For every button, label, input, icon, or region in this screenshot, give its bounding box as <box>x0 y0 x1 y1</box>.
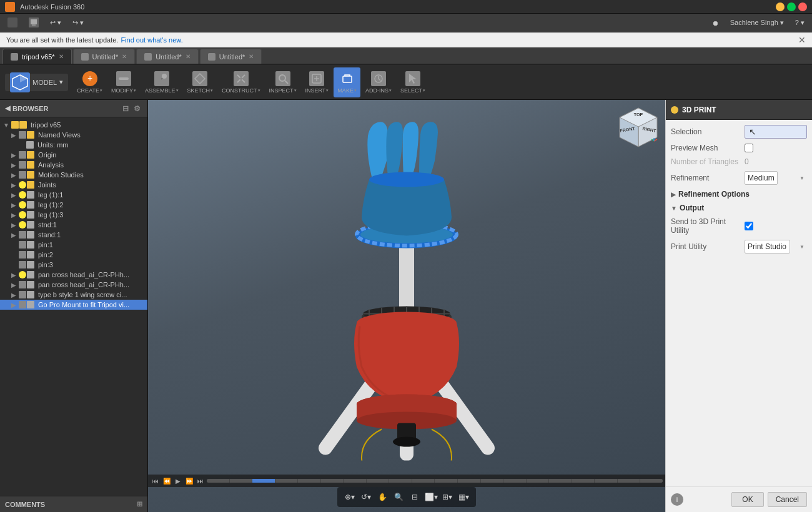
tab-2[interactable]: Untitled* ✕ <box>136 49 199 64</box>
tree-leg2-arrow[interactable]: ▶ <box>10 201 17 209</box>
tb-select[interactable]: SELECT ▾ <box>397 67 429 97</box>
vp-zoomin-btn[interactable]: 🔍 <box>391 490 406 505</box>
tree-wingscrew-arrow[interactable]: ▶ <box>10 291 17 298</box>
tree-pan1[interactable]: ▶ pan cross head_ai_CR-PHh... <box>0 270 147 280</box>
tab-0[interactable]: tripod v65* ✕ <box>2 49 72 64</box>
tree-gopro-arrow[interactable]: ▶ <box>10 301 17 308</box>
tb-construct[interactable]: CONSTRUCT ▾ <box>218 67 264 97</box>
browser-collapse-btn[interactable]: ⊟ <box>122 104 131 113</box>
tb-inspect-label: INSPECT ▾ <box>269 87 297 94</box>
selection-button[interactable]: ↖ <box>745 125 807 139</box>
maximize-button[interactable] <box>787 2 796 11</box>
notification-close[interactable]: ✕ <box>798 35 806 45</box>
tb-modify[interactable]: MODIFY ▾ <box>107 67 140 97</box>
tree-analysis-arrow[interactable]: ▶ <box>10 161 17 169</box>
timeline-track[interactable] <box>207 479 663 483</box>
menu-redo[interactable]: ↪ ▾ <box>67 16 89 29</box>
tb-inspect[interactable]: INSPECT ▾ <box>265 67 300 97</box>
menu-file[interactable] <box>2 15 22 31</box>
ok-button[interactable]: OK <box>731 492 763 507</box>
menu-undo[interactable]: ↩ ▾ <box>45 16 66 29</box>
tree-leg1-arrow[interactable]: ▶ <box>10 191 17 199</box>
tree-pan2-arrow[interactable]: ▶ <box>10 281 17 288</box>
tree-leg3-arrow[interactable]: ▶ <box>10 211 17 219</box>
tree-stnd1[interactable]: ▶ stnd:1 <box>0 220 147 230</box>
tree-pan2[interactable]: ▶ pan cross head_ai_CR-PHh... <box>0 280 147 290</box>
tab-close-1[interactable]: ✕ <box>122 53 127 60</box>
close-button[interactable] <box>798 2 807 11</box>
tree-motion-studies-arrow[interactable]: ▶ <box>10 171 17 179</box>
tree-leg-1[interactable]: ▶ leg (1):1 <box>0 190 147 200</box>
tree-pin1[interactable]: ▶ pin:1 <box>0 240 147 250</box>
tree-joints-arrow[interactable]: ▶ <box>10 181 17 189</box>
tl-prev[interactable]: ⏪ <box>162 476 172 486</box>
tree-named-views[interactable]: ▶ Named Views <box>0 130 147 140</box>
comments-panel[interactable]: COMMENTS ⊞ <box>0 496 147 512</box>
output-section[interactable]: ▼ Output <box>671 204 807 212</box>
viewport[interactable]: TOP FRONT RIGHT ⊕▾ ↺▾ ✋ 🔍 ⊟ ⬜▾ ⊞ <box>148 100 665 512</box>
menu-user[interactable]: Sachlene Singh ▾ <box>725 16 789 29</box>
model-toggle[interactable]: MODEL ▾ <box>5 74 68 91</box>
tb-addins[interactable]: ADD-INS ▾ <box>362 67 395 97</box>
menu-save[interactable] <box>24 15 44 31</box>
vp-zoomout-btn[interactable]: ⊟ <box>407 490 422 505</box>
tab-1[interactable]: Untitled* ✕ <box>73 49 136 64</box>
vp-orbit-btn[interactable]: ↺▾ <box>359 490 374 505</box>
tree-leg-2[interactable]: ▶ leg (1):2 <box>0 200 147 210</box>
browser-header-icons: ⊟ ⚙ <box>122 104 142 113</box>
comments-expand[interactable]: ⊞ <box>137 500 142 508</box>
tab-3[interactable]: Untitled* ✕ <box>200 49 262 64</box>
send-to-3d-checkbox[interactable] <box>745 222 753 230</box>
tree-analysis[interactable]: ▶ Analysis <box>0 160 147 170</box>
vp-fit-btn[interactable]: ⬜▾ <box>423 490 438 505</box>
print-utility-select[interactable]: Print Studio Other <box>745 240 790 254</box>
browser-collapse-arrow[interactable]: ◀ <box>5 104 10 112</box>
tl-play[interactable]: ▶ <box>173 476 183 486</box>
menu-help[interactable]: ? ▾ <box>790 16 810 29</box>
tl-next[interactable]: ⏩ <box>184 476 194 486</box>
tree-units[interactable]: ▶ Units: mm <box>0 140 147 150</box>
tree-root-folder-icon <box>19 121 27 129</box>
cube[interactable]: TOP FRONT RIGHT <box>616 105 660 149</box>
tree-root-arrow[interactable]: ▼ <box>2 121 10 129</box>
tree-pin2[interactable]: ▶ pin:2 <box>0 250 147 260</box>
notification-link[interactable]: Find out what's new. <box>121 36 182 44</box>
tab-close-0[interactable]: ✕ <box>59 53 64 60</box>
info-button[interactable]: i <box>671 493 683 506</box>
tl-prev-end[interactable]: ⏮ <box>151 476 161 486</box>
tree-named-views-arrow[interactable]: ▶ <box>10 131 17 139</box>
refinement-select[interactable]: Coarse Medium Fine Custom <box>745 171 778 185</box>
refinement-options-section[interactable]: ▶ Refinement Options <box>671 190 807 199</box>
tree-stnd1-arrow[interactable]: ▶ <box>10 221 17 229</box>
tree-pan1-arrow[interactable]: ▶ <box>10 271 17 278</box>
tree-pin3[interactable]: ▶ pin:3 <box>0 260 147 270</box>
browser-settings-btn[interactable]: ⚙ <box>134 104 142 113</box>
tab-close-2[interactable]: ✕ <box>186 53 191 60</box>
tree-wingscrew[interactable]: ▶ type b style 1 wing screw ci... <box>0 290 147 300</box>
tree-origin[interactable]: ▶ Origin <box>0 150 147 160</box>
tb-insert[interactable]: INSERT ▾ <box>302 67 333 97</box>
vp-display-btn[interactable]: ▦▾ <box>456 490 471 505</box>
vp-nav-btn[interactable]: ⊕▾ <box>342 490 357 505</box>
menu-record[interactable]: ⏺ <box>707 17 724 29</box>
tree-root[interactable]: ▼ tripod v65 <box>0 120 147 130</box>
tab-close-3[interactable]: ✕ <box>249 53 254 60</box>
navigation-cube[interactable]: TOP FRONT RIGHT <box>616 105 660 149</box>
tree-motion-studies[interactable]: ▶ Motion Studies <box>0 170 147 180</box>
tb-sketch[interactable]: SKETCH ▾ <box>184 67 217 97</box>
tree-stand1[interactable]: ▶ stand:1 <box>0 230 147 240</box>
tb-create[interactable]: + CREATE ▾ <box>73 67 106 97</box>
tl-next-end[interactable]: ⏭ <box>196 476 205 486</box>
minimize-button[interactable] <box>776 2 785 11</box>
tree-joints[interactable]: ▶ Joints <box>0 180 147 190</box>
tree-stand1-arrow[interactable]: ▶ <box>10 231 17 239</box>
tree-leg-3[interactable]: ▶ leg (1):3 <box>0 210 147 220</box>
preview-mesh-checkbox[interactable] <box>745 144 753 152</box>
tree-origin-arrow[interactable]: ▶ <box>10 151 17 159</box>
vp-grid-btn[interactable]: ⊞▾ <box>440 490 455 505</box>
tb-make[interactable]: MAKE ▾ <box>334 67 360 97</box>
cancel-button[interactable]: Cancel <box>768 492 807 507</box>
tb-assemble[interactable]: ASSEMBLE ▾ <box>141 67 182 97</box>
vp-pan-btn[interactable]: ✋ <box>375 490 390 505</box>
tree-gopro[interactable]: ▶ Go Pro Mount to fit Tripod vi... <box>0 300 147 310</box>
